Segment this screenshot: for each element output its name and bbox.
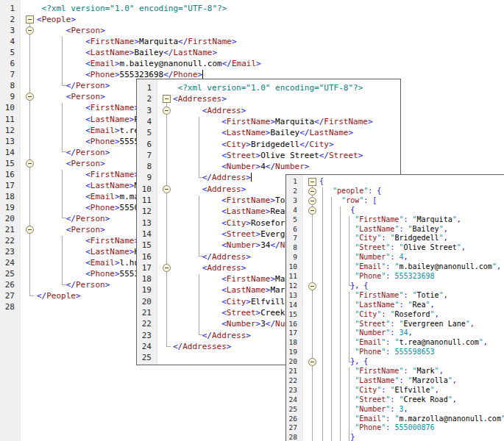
code-area[interactable]: 1{2 "people": {3 "row": [4 {5 "FirstName…: [286, 175, 504, 441]
code-line: <Phone>5553: [37, 268, 139, 279]
code-line: <LastName>Bailey</LastName>: [37, 47, 217, 58]
line-number: 22: [0, 235, 15, 246]
fold-collapse-icon[interactable]: [308, 282, 316, 290]
line-number: 3: [286, 196, 297, 206]
line-number: 27: [286, 423, 297, 433]
line-number: 12: [286, 282, 297, 291]
fold-root-collapse-icon[interactable]: [26, 15, 34, 24]
text-cursor: [202, 70, 203, 79]
line-number: 16: [286, 320, 297, 329]
line-number: 27: [0, 290, 15, 301]
code-line: <Email>l.hu: [37, 257, 139, 268]
fold-collapse-icon[interactable]: [26, 226, 34, 234]
code-line: "Street": "Evergreen Lane",: [319, 320, 475, 329]
line-number: 7: [286, 234, 297, 243]
code-line: <Address>: [173, 262, 246, 273]
code-line: </Person>: [37, 279, 110, 290]
line-number: 8: [137, 161, 152, 172]
line-number: 21: [286, 367, 297, 376]
code-line: "Number": 3,: [319, 405, 408, 415]
code-line: <Address>: [173, 184, 246, 195]
line-number: 14: [137, 229, 152, 240]
line-number: 1: [137, 82, 152, 93]
line-number: 19: [286, 348, 297, 357]
code-line: "Email": "m.marzolla@nanonull.com",: [319, 415, 504, 424]
line-number: 25: [286, 405, 297, 415]
code-line: <Number>4</Number>: [173, 161, 309, 172]
code-line: </People>: [37, 290, 81, 301]
fold-structure-line: [29, 21, 34, 296]
code-line: "Email": "m.bailey@nanonull.com",: [319, 262, 501, 272]
line-number: 6: [286, 225, 297, 234]
line-number: 1: [0, 3, 15, 14]
line-number: 25: [0, 268, 15, 279]
line-number: 18: [137, 273, 152, 284]
line-number: 11: [0, 114, 15, 125]
line-number: 17: [0, 180, 15, 191]
line-number: 22: [286, 376, 297, 386]
code-line: "people": {: [319, 187, 381, 196]
line-number: 18: [286, 338, 297, 348]
line-number: 18: [0, 191, 15, 202]
line-number: 28: [286, 433, 297, 441]
code-line: "City": "Roseford",: [319, 310, 439, 320]
code-line: <FirstName>Marquita</FirstName>: [173, 116, 373, 127]
line-number: 19: [0, 202, 15, 213]
line-number: 19: [137, 284, 152, 295]
line-number: 23: [0, 246, 15, 257]
fold-collapse-icon[interactable]: [163, 264, 171, 272]
line-number: 10: [137, 184, 152, 195]
code-line: <?xml version="1.0" encoding="UTF-8"?>: [173, 82, 363, 93]
code-line: <?xml version="1.0" encoding="UTF-8"?>: [37, 3, 227, 14]
code-line: }: [319, 433, 355, 441]
fold-collapse-icon[interactable]: [308, 197, 316, 205]
line-number: 24: [286, 395, 297, 405]
line-number: 15: [286, 310, 297, 320]
code-line: <FirstName>Marquita</FirstName>: [37, 36, 237, 47]
line-number: 2: [0, 14, 15, 25]
code-line: </Person>: [37, 80, 110, 91]
fold-root-collapse-icon[interactable]: [308, 178, 316, 186]
code-line: <LastName>H: [37, 246, 139, 257]
fold-collapse-icon[interactable]: [308, 358, 316, 366]
code-line: <Person>: [37, 91, 105, 102]
code-line: <Addresses>: [173, 93, 227, 104]
code-line: "City": "Elfville",: [319, 386, 439, 395]
line-number: 23: [286, 386, 297, 395]
code-line: </Person>: [37, 147, 110, 158]
line-number: 9: [0, 91, 15, 102]
fold-collapse-icon[interactable]: [163, 185, 171, 193]
code-line: <Person>: [37, 158, 105, 169]
line-number: 12: [0, 125, 15, 136]
line-number: 23: [137, 330, 152, 341]
fold-collapse-icon[interactable]: [308, 207, 316, 215]
line-number: 15: [0, 158, 15, 169]
code-line: "LastName": "Marzolla",: [319, 376, 457, 386]
code-line: "Number": 34,: [319, 329, 413, 338]
code-line: "Street": "Olive Street",: [319, 243, 466, 253]
code-line: }, {: [319, 357, 368, 367]
code-line: "row": [: [319, 196, 377, 206]
line-number: 12: [137, 206, 152, 217]
fold-collapse-icon[interactable]: [26, 159, 34, 168]
line-number: 25: [137, 352, 152, 363]
code-line: "Phone": 555323698: [319, 272, 435, 282]
line-number: 28: [0, 301, 15, 312]
line-number: 17: [286, 329, 297, 338]
code-line: <Email>m.bailey@nanonull.com</Email>: [37, 58, 261, 69]
code-line: "Phone": 555000876: [319, 423, 435, 433]
editor-workspace: 1 <?xml version="1.0" encoding="UTF-8"?>…: [0, 0, 504, 441]
code-line: "Number": 4,: [319, 253, 408, 262]
fold-collapse-icon[interactable]: [163, 107, 171, 115]
line-number: 26: [286, 415, 297, 424]
text-cursor: [251, 173, 252, 182]
line-number: 11: [286, 272, 297, 282]
line-number: 14: [0, 147, 15, 158]
fold-root-collapse-icon[interactable]: [163, 95, 171, 103]
code-line: </Address>: [173, 251, 251, 262]
line-number: 16: [137, 251, 152, 262]
line-number: 21: [137, 307, 152, 318]
line-number: 6: [137, 139, 152, 150]
code-line: {: [319, 206, 355, 215]
fold-collapse-icon[interactable]: [308, 187, 316, 196]
